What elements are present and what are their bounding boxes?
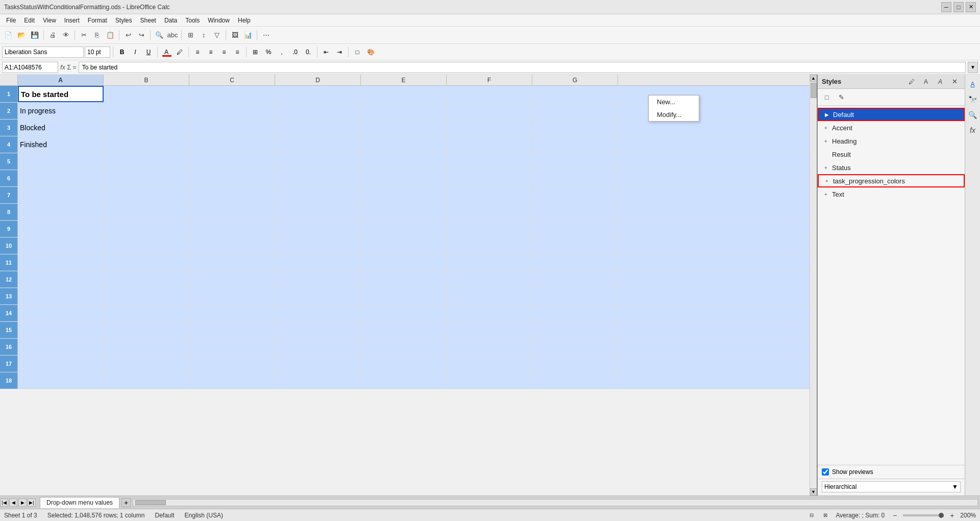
cell-f3[interactable] (447, 120, 532, 136)
font-size-box[interactable]: 10 pt (85, 46, 110, 58)
cell-c18[interactable] (189, 372, 275, 389)
cell-c15[interactable] (189, 322, 275, 338)
menu-window[interactable]: Window (204, 16, 234, 25)
cell-a16[interactable] (18, 339, 104, 355)
close-button[interactable]: ✕ (966, 2, 976, 12)
save-button[interactable]: 💾 (29, 29, 41, 41)
cell-a6[interactable] (18, 170, 104, 186)
cell-e11[interactable] (361, 254, 447, 271)
row-num-1[interactable]: 1 (0, 86, 18, 102)
cell-g13[interactable] (532, 288, 618, 304)
normal-view-button[interactable]: ⊟ (805, 509, 818, 522)
cell-c2[interactable] (189, 103, 275, 119)
row-num-7[interactable]: 7 (0, 187, 18, 203)
menu-view[interactable]: View (39, 16, 60, 25)
font-name-box[interactable]: Liberation Sans (2, 46, 84, 58)
styles-hierarchy-dropdown[interactable]: Hierarchical ▼ (822, 481, 961, 492)
print-button[interactable]: 🖨 (46, 29, 59, 41)
cell-b14[interactable] (104, 305, 189, 321)
cell-d2[interactable] (275, 103, 361, 119)
cell-c9[interactable] (189, 221, 275, 237)
sheet-tab-1[interactable]: Drop-down menu values (40, 497, 119, 508)
italic-button[interactable]: I (129, 46, 141, 58)
cell-b17[interactable] (104, 356, 189, 372)
cell-a2[interactable]: In progress (18, 103, 104, 119)
cell-a9[interactable] (18, 221, 104, 237)
search-button[interactable]: 🔍 (153, 29, 165, 41)
cell-f16[interactable] (447, 339, 532, 355)
sheet-prev-button[interactable]: ◀ (9, 499, 17, 507)
row-num-6[interactable]: 6 (0, 170, 18, 186)
chart-button[interactable]: 📊 (242, 29, 254, 41)
cell-g11[interactable] (532, 254, 618, 271)
cell-c5[interactable] (189, 153, 275, 170)
cell-e13[interactable] (361, 288, 447, 304)
cell-reference-box[interactable]: A1:A1048576 (2, 62, 58, 73)
cell-d1[interactable] (275, 86, 361, 102)
cell-a5[interactable] (18, 153, 104, 170)
cell-g15[interactable] (532, 322, 618, 338)
menu-file[interactable]: File (2, 16, 20, 25)
cell-f17[interactable] (447, 356, 532, 372)
cell-a18[interactable] (18, 372, 104, 389)
styles-edit-btn[interactable]: ✎ (835, 91, 847, 103)
cell-f10[interactable] (447, 238, 532, 254)
row-num-4[interactable]: 4 (0, 136, 18, 153)
cell-f12[interactable] (447, 271, 532, 288)
menu-data[interactable]: Data (160, 16, 181, 25)
copy-button[interactable]: ⎘ (91, 29, 103, 41)
cell-d11[interactable] (275, 254, 361, 271)
find-icon[interactable]: 🔍 (966, 108, 979, 122)
cell-d4[interactable] (275, 136, 361, 153)
more-button[interactable]: ⋯ (260, 29, 272, 41)
styles-icon-1[interactable]: 🖊 (905, 76, 918, 88)
highlight-color-button[interactable]: 🖊 (174, 46, 186, 58)
styles-mode-icon[interactable]: A (966, 78, 979, 91)
style-item-result[interactable]: Result (818, 148, 965, 161)
minimize-button[interactable]: ─ (941, 2, 951, 12)
cell-b12[interactable] (104, 271, 189, 288)
cell-f2[interactable] (447, 103, 532, 119)
cell-d8[interactable] (275, 204, 361, 220)
styles-icon-3[interactable]: A (934, 76, 946, 88)
preview-button[interactable]: 👁 (60, 29, 72, 41)
cell-f1[interactable] (447, 86, 532, 102)
navigator-icon[interactable]: 🔭 (966, 93, 979, 106)
col-header-a[interactable]: A (18, 75, 104, 85)
cell-a10[interactable] (18, 238, 104, 254)
maximize-button[interactable]: □ (953, 2, 964, 12)
filter-button[interactable]: ▽ (211, 29, 223, 41)
cell-g2[interactable] (532, 103, 618, 119)
cell-d13[interactable] (275, 288, 361, 304)
row-num-2[interactable]: 2 (0, 103, 18, 119)
cell-a15[interactable] (18, 322, 104, 338)
cell-g7[interactable] (532, 187, 618, 203)
expand-tpc-icon[interactable]: + (823, 177, 831, 185)
cell-d16[interactable] (275, 339, 361, 355)
style-item-default[interactable]: ▶ Default New... Modify... (818, 108, 965, 121)
font-color-button[interactable]: A (160, 46, 173, 58)
image-button[interactable]: 🖼 (229, 29, 241, 41)
zoom-slider-thumb[interactable] (939, 513, 944, 518)
menu-styles[interactable]: Styles (111, 16, 136, 25)
cell-f9[interactable] (447, 221, 532, 237)
cell-c16[interactable] (189, 339, 275, 355)
percent-button[interactable]: % (262, 46, 275, 58)
row-num-15[interactable]: 15 (0, 322, 18, 338)
sheet-first-button[interactable]: |◀ (0, 499, 8, 507)
expand-default-icon[interactable]: ▶ (823, 110, 831, 119)
cell-e9[interactable] (361, 221, 447, 237)
cell-e18[interactable] (361, 372, 447, 389)
cell-g10[interactable] (532, 238, 618, 254)
cell-e15[interactable] (361, 322, 447, 338)
cell-g18[interactable] (532, 372, 618, 389)
expand-text-icon[interactable]: + (822, 190, 830, 198)
cell-b8[interactable] (104, 204, 189, 220)
cell-e16[interactable] (361, 339, 447, 355)
cell-b6[interactable] (104, 170, 189, 186)
scroll-up-button[interactable]: ▲ (810, 75, 817, 82)
expand-status-icon[interactable]: + (822, 163, 830, 172)
cell-g14[interactable] (532, 305, 618, 321)
indent-inc-button[interactable]: ⇥ (333, 46, 346, 58)
align-left-button[interactable]: ≡ (191, 46, 204, 58)
